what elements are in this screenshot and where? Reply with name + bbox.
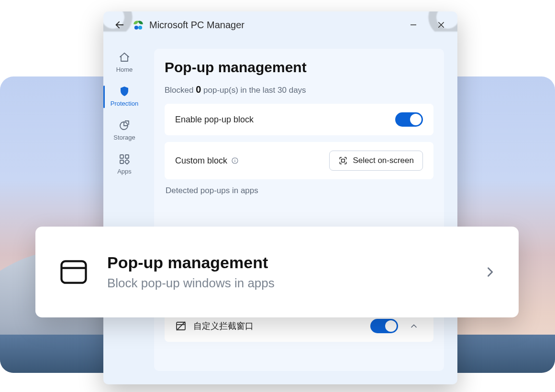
app-window-disabled-icon xyxy=(175,320,187,332)
apps-grid-icon xyxy=(119,153,130,165)
minimize-button[interactable] xyxy=(404,15,423,34)
blocked-count: 0 xyxy=(196,84,201,95)
chevron-up-icon xyxy=(409,321,419,331)
svg-rect-8 xyxy=(125,155,129,158)
svg-rect-14 xyxy=(342,159,345,163)
storage-pie-icon xyxy=(119,120,130,131)
close-button[interactable] xyxy=(432,15,451,34)
svg-rect-20 xyxy=(62,261,86,283)
window-icon xyxy=(57,256,90,288)
chevron-right-icon xyxy=(483,265,497,279)
svg-rect-9 xyxy=(120,160,123,163)
enable-popup-block-toggle[interactable] xyxy=(395,112,423,127)
svg-line-19 xyxy=(177,322,185,330)
svg-point-2 xyxy=(138,26,142,30)
popup-management-feature-card[interactable]: Pop-up management Block pop-up windows i… xyxy=(35,227,519,317)
sidebar: Home Protection Storage Apps xyxy=(103,38,145,384)
home-icon xyxy=(119,52,130,63)
back-button[interactable] xyxy=(110,15,129,34)
feature-card-title: Pop-up management xyxy=(107,253,466,272)
collapse-button[interactable] xyxy=(405,317,423,335)
pc-manager-window: Microsoft PC Manager Home Protection Sto… xyxy=(103,11,457,384)
enable-popup-block-label: Enable pop-up block xyxy=(175,115,254,125)
pc-manager-logo-icon xyxy=(132,19,144,31)
minimize-icon xyxy=(409,21,418,29)
enable-popup-block-row: Enable pop-up block xyxy=(165,104,433,135)
svg-point-1 xyxy=(134,26,138,30)
detected-app-name: 自定义拦截窗口 xyxy=(193,320,364,332)
sidebar-item-storage[interactable]: Storage xyxy=(103,114,145,148)
select-on-screen-button[interactable]: Select on-screen xyxy=(329,151,423,171)
sidebar-item-label: Home xyxy=(116,66,133,73)
custom-block-row: Custom block Select on-screen xyxy=(165,142,433,179)
sidebar-item-label: Apps xyxy=(117,168,132,175)
sidebar-item-apps[interactable]: Apps xyxy=(103,148,145,182)
info-icon[interactable] xyxy=(231,157,239,164)
arrow-left-icon xyxy=(114,20,125,30)
custom-block-label: Custom block xyxy=(175,156,227,166)
selection-frame-icon xyxy=(338,156,348,165)
shield-icon xyxy=(119,86,130,97)
svg-rect-7 xyxy=(120,155,123,158)
sidebar-item-protection[interactable]: Protection xyxy=(103,80,145,114)
close-icon xyxy=(437,21,445,29)
feature-card-subtitle: Block pop-up windows in apps xyxy=(107,276,466,291)
detected-popups-heading: Detected pop-ups in apps xyxy=(166,186,433,196)
content-area: Pop-up management Blocked 0 pop-up(s) in… xyxy=(145,38,457,384)
sidebar-item-home[interactable]: Home xyxy=(103,46,145,80)
svg-point-13 xyxy=(234,159,235,159)
app-title: Microsoft PC Manager xyxy=(149,20,404,31)
sidebar-item-label: Protection xyxy=(111,100,139,107)
page-title: Pop-up management xyxy=(165,59,433,76)
blocked-summary: Blocked 0 pop-up(s) in the last 30 days xyxy=(165,84,433,95)
title-bar: Microsoft PC Manager xyxy=(103,11,457,38)
sidebar-item-label: Storage xyxy=(113,134,135,141)
detected-app-toggle[interactable] xyxy=(370,319,398,333)
svg-rect-10 xyxy=(125,160,130,164)
